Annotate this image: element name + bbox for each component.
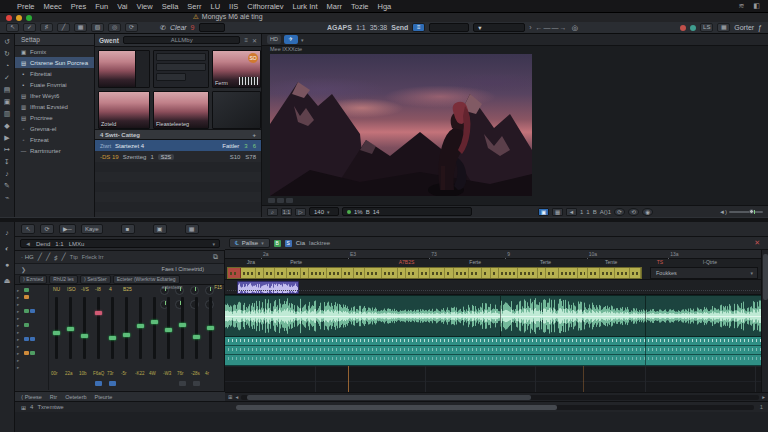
strip-tool-icon[interactable]: ◐ [2,244,12,253]
menu-item[interactable]: View [137,2,153,11]
mixer-row-label[interactable]: ▸ [17,343,46,349]
channel-fader[interactable] [111,297,114,359]
fader-cap[interactable] [165,328,172,332]
media-thumbnail[interactable]: Fleasteleeteg [153,91,209,129]
chord-track-label[interactable]: Foukkes▾ [650,267,758,279]
media-menu-icon[interactable]: ≡ [244,37,248,43]
timeline-marker[interactable]: TS [657,259,663,265]
phone-icon[interactable]: ✆ [160,24,166,32]
chord-cell[interactable] [430,268,446,278]
strip-tool-icon[interactable]: ↺ [2,37,12,46]
loop-tool-icon[interactable]: ⟳ [40,224,54,234]
chord-cell[interactable] [482,268,491,278]
menu-item[interactable]: Sella [162,2,179,11]
chord-clip[interactable] [227,267,642,279]
channel-fader[interactable] [139,297,142,359]
chord-cell[interactable] [559,268,578,278]
menu-item[interactable]: Vai [117,2,127,11]
channel-badge[interactable] [193,381,200,386]
fader-cap[interactable] [53,331,60,335]
selected-mode-icon[interactable]: ▣ [538,208,549,216]
strip-tool-icon[interactable]: ▤ [2,85,12,94]
add-item-icon[interactable]: + [252,132,256,138]
minimize-window-button[interactable] [16,15,22,21]
play-icon[interactable]: ▷ [295,208,306,216]
bottom-scroll-thumb[interactable] [236,405,557,410]
menu-item[interactable]: IIS [229,2,238,11]
pointer-tool-icon[interactable]: ↖ [6,23,19,32]
row-folder-label[interactable]: Fattler [222,143,239,149]
menu-item[interactable]: Serr [187,2,201,11]
chord-cell[interactable] [588,268,600,278]
channel-fader[interactable] [181,297,184,359]
record-button-icon[interactable]: ◉ [642,208,653,216]
fader-cap[interactable] [123,333,130,337]
green-flag-icon[interactable]: B [274,240,281,247]
fader-cap[interactable] [95,311,102,315]
channel-fader[interactable] [209,297,212,359]
cia-button[interactable]: Cia [296,240,305,246]
chord-cell[interactable] [301,268,309,278]
strip-tool-icon[interactable]: ↦ [2,145,12,154]
mixer-row-label[interactable]: ▸ [17,350,46,356]
close-window-button[interactable] [6,15,12,21]
chord-cell[interactable] [419,268,429,278]
mixer-button-icon[interactable]: ▦ [185,224,199,234]
blue-flag-icon[interactable]: S [285,240,292,247]
media-row[interactable]: -DS 19 Szentteg 1 S2S S10 S78 [95,151,261,162]
channel-badge[interactable] [95,381,102,386]
chord-track[interactable]: Foukkes▾ [225,266,768,280]
timeline-marker[interactable]: Jtra [247,259,255,265]
mixer-row-label[interactable]: ▸ [17,336,46,342]
strip-tool-icon[interactable]: ◆ [2,121,12,130]
chord-cell[interactable] [382,268,397,278]
chord-cell[interactable] [499,268,518,278]
timeline-marker[interactable]: A7B2S [399,259,415,265]
send-mode-icon[interactable]: ≡ [412,23,425,32]
fader-cap[interactable] [151,320,158,324]
vscroll-thumb[interactable] [763,254,768,300]
media-controls-cluster[interactable] [153,50,209,88]
library-tool-icon[interactable]: ▦ [74,23,87,32]
menu-item[interactable]: LU [211,2,221,11]
channel-fader[interactable] [167,297,170,359]
chord-cell[interactable] [365,268,382,278]
zoom-tool-icon[interactable]: ⌕ [267,208,278,216]
chord-cell[interactable] [228,268,241,278]
timeline-vscrollbar[interactable] [761,250,768,392]
fader-cap[interactable] [109,336,116,340]
chord-cell[interactable] [287,268,301,278]
zoom-out-icon[interactable]: ⊞ [228,394,233,400]
menu-item[interactable]: Hga [377,2,391,11]
tree-item[interactable]: ▣ Fomix [15,46,94,57]
timeline-ruler[interactable]: 2aE373910a13a [225,250,768,259]
fader-cap[interactable] [193,335,200,339]
panel-button-icon[interactable]: ▣ [153,224,167,234]
chord-cell[interactable] [342,268,354,278]
chord-cell[interactable] [469,268,482,278]
device-dropdown[interactable]: ◄ Dend 1:1 LMXu ▾ [20,239,220,248]
mixer-tab[interactable]: Ecteter (Wterkrtw Edtarteg [113,275,180,284]
status-menu-icon[interactable]: ≋ [739,2,745,10]
mini-button[interactable] [268,198,275,203]
zoom-window-button[interactable] [26,15,32,21]
menu-item[interactable]: Meec [44,2,62,11]
refresh-button-icon[interactable]: ⟲ [628,208,639,216]
mixer-row-label[interactable]: ▸ [17,308,46,314]
tab-share-icon[interactable]: ✈ [284,35,298,44]
chord-cell[interactable] [406,268,420,278]
strip-tool-icon[interactable]: ↻ [2,49,12,58]
mixer-row-label[interactable]: ▸ [17,364,46,370]
timeline-marker[interactable]: Ferte [469,259,481,265]
fader-cap[interactable] [207,326,214,330]
chord-cell[interactable] [615,268,631,278]
chord-cell[interactable] [327,268,342,278]
strip-tool-icon[interactable]: ♪ [2,169,12,178]
strip-tool-icon[interactable]: ⏏ [2,276,12,285]
mixer-tab[interactable]: ⟩ Sett/Ster [80,275,111,284]
strip-tool-icon[interactable]: ✎ [2,181,12,190]
bin-section-header[interactable]: 4 Swtt- Catteg + [95,129,261,140]
timeline-tab[interactable]: ℄Pallse ▾ [229,238,270,248]
channel-fader[interactable] [195,297,198,359]
loop-button-icon[interactable]: ⟳ [614,208,625,216]
